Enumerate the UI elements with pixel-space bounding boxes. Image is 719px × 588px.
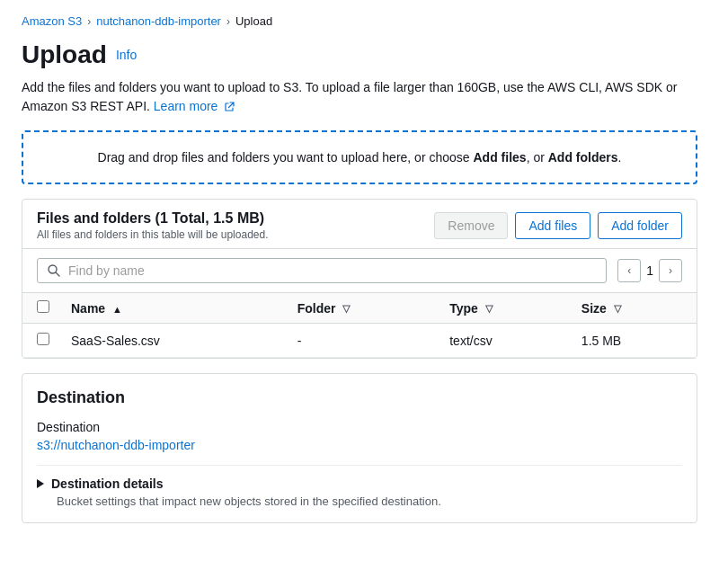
search-row: ‹ 1 › [22,249,697,292]
header-name[interactable]: Name ▲ [60,293,287,324]
folder-sort-icon: ▽ [342,303,350,315]
pagination-prev[interactable]: ‹ [617,259,641,282]
size-sort-icon: ▽ [614,303,621,315]
pagination-current: 1 [646,263,653,278]
files-panel: Files and folders (1 Total, 1.5 MB) All … [22,199,697,359]
table-row: SaaS-Sales.csv - text/csv 1.5 MB [22,324,697,358]
page-description: Add the files and folders you want to up… [22,78,697,116]
destination-title: Destination [37,388,682,407]
svg-line-1 [56,272,59,276]
files-panel-title-area: Files and folders (1 Total, 1.5 MB) All … [37,210,268,241]
info-link[interactable]: Info [116,48,137,62]
search-bar [37,258,607,283]
pagination: ‹ 1 › [617,259,682,282]
learn-more-link[interactable]: Learn more [154,99,235,113]
page-container: Amazon S3 › nutchanon-ddb-importer › Upl… [0,0,719,588]
type-sort-icon: ▽ [485,303,493,315]
files-panel-title: Files and folders (1 Total, 1.5 MB) [37,210,268,227]
row-type: text/csv [439,324,571,358]
page-title: Upload [22,40,107,69]
breadcrumb-current: Upload [235,14,272,28]
drop-zone[interactable]: Drag and drop files and folders you want… [22,130,697,184]
destination-panel: Destination Destination s3://nutchanon-d… [22,373,697,523]
breadcrumb-separator-2: › [226,15,230,28]
select-all-checkbox[interactable] [37,300,49,313]
drop-zone-sep1: , or [527,150,548,165]
table-header-row: Name ▲ Folder ▽ Type ▽ Size ▽ [22,293,697,324]
header-checkbox-cell [22,293,60,324]
drop-zone-text: Drag and drop files and folders you want… [98,150,474,165]
files-count: (1 Total, 1.5 MB) [155,210,265,226]
row-name: SaaS-Sales.csv [60,324,287,358]
files-panel-header: Files and folders (1 Total, 1.5 MB) All … [22,200,697,249]
row-checkbox[interactable] [37,333,49,345]
pagination-next[interactable]: › [659,259,682,282]
files-panel-subtitle: All files and folders in this table will… [37,228,268,241]
header-type[interactable]: Type ▽ [439,293,571,324]
breadcrumb: Amazon S3 › nutchanon-ddb-importer › Upl… [22,14,697,28]
breadcrumb-bucket[interactable]: nutchanon-ddb-importer [96,14,221,28]
name-sort-icon: ▲ [112,304,122,315]
destination-details-subtitle: Bucket settings that impact new objects … [57,494,682,508]
add-folder-button[interactable]: Add folder [598,212,682,239]
external-link-icon [224,102,235,112]
add-folders-inline: Add folders [548,150,618,165]
destination-link[interactable]: s3://nutchanon-ddb-importer [37,438,195,452]
remove-button[interactable]: Remove [434,212,508,239]
page-header: Upload Info [22,40,697,69]
breadcrumb-amazon-s3[interactable]: Amazon S3 [22,14,82,28]
breadcrumb-separator-1: › [87,15,91,28]
destination-details-label: Destination details [51,477,163,491]
row-folder: - [287,324,439,358]
row-size: 1.5 MB [571,324,697,358]
drop-zone-text-after: . [618,150,622,165]
header-size[interactable]: Size ▽ [571,293,697,324]
destination-label: Destination [37,420,682,434]
header-folder[interactable]: Folder ▽ [287,293,439,324]
add-files-inline: Add files [474,150,527,165]
add-files-button[interactable]: Add files [515,212,590,239]
files-table: Name ▲ Folder ▽ Type ▽ Size ▽ [22,292,697,358]
row-checkbox-cell [22,324,60,358]
triangle-icon [37,479,44,488]
search-input[interactable] [68,263,597,278]
files-panel-actions: Remove Add files Add folder [434,212,682,239]
search-icon [47,263,61,278]
destination-details: Destination details Bucket settings that… [37,465,682,508]
destination-details-toggle[interactable]: Destination details [37,477,682,491]
